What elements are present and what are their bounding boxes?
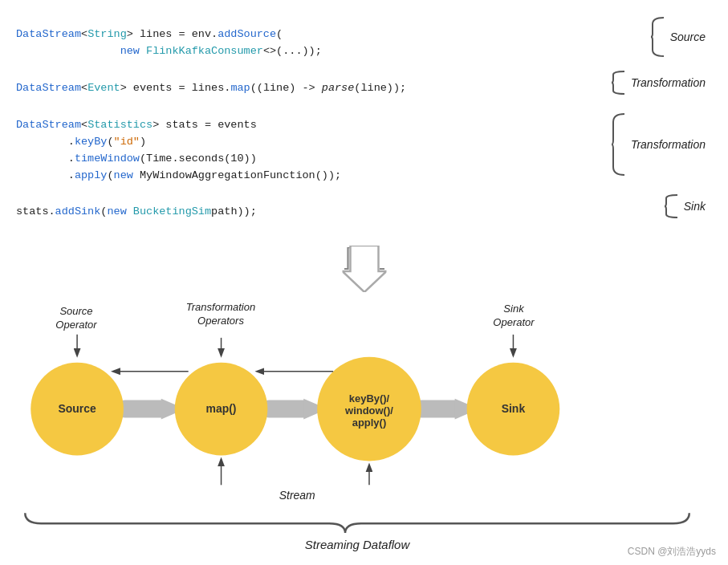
code-line-1a: DataStream<String> lines = env.addSource… <box>16 26 712 43</box>
svg-text:apply(): apply() <box>352 417 386 429</box>
code-line-1b: new FlinkKafkaConsumer<>(...)); <box>16 43 712 60</box>
svg-text:Source: Source <box>58 402 96 415</box>
code-block-2: DataStream<Event> events = lines.map((li… <box>16 68 712 97</box>
code-line-3b: .keyBy("id") <box>16 134 712 151</box>
diagram-svg: Source map() keyBy()/ window()/ apply() … <box>0 301 728 565</box>
code-line-3c: .timeWindow(Time.seconds(10)) <box>16 151 712 168</box>
code-line-3d: .apply(new MyWindowAggregationFunction()… <box>16 168 712 185</box>
svg-text:Sink: Sink <box>502 402 526 415</box>
down-arrow-svg <box>342 246 386 292</box>
code-line-4: stats.addSink(new BucketingSimpath)); <box>16 204 712 221</box>
svg-text:keyBy()/: keyBy()/ <box>349 392 390 404</box>
diagram-section: Source Operator TransformationOperators … <box>0 301 728 565</box>
code-block-3: DataStream<Statistics> stats = events .k… <box>16 105 712 185</box>
source-brace <box>649 16 665 58</box>
svg-text:map(): map() <box>206 402 237 415</box>
svg-marker-2 <box>342 246 386 292</box>
source-label: Source <box>670 30 706 43</box>
sink-label: Sink <box>684 200 706 213</box>
svg-text:Stream: Stream <box>279 489 315 502</box>
code-block-4: stats.addSink(new BucketingSimpath)); Si… <box>16 192 712 221</box>
code-block-1: DataStream<String> lines = env.addSource… <box>16 14 712 60</box>
watermark: CSDN @刘浩浩yyds <box>628 545 716 559</box>
transform1-brace <box>610 70 626 96</box>
code-line-2: DataStream<Event> events = lines.map((li… <box>16 80 712 97</box>
transform1-label: Transformation <box>631 76 706 89</box>
code-line-3a: DataStream<Statistics> stats = events <box>16 117 712 134</box>
transform2-label: Transformation <box>631 138 706 151</box>
code-section: DataStream<String> lines = env.addSource… <box>0 0 728 249</box>
transform2-brace <box>610 112 626 177</box>
svg-text:Streaming Dataflow: Streaming Dataflow <box>305 538 411 551</box>
sink-brace <box>663 193 679 219</box>
svg-text:window()/: window()/ <box>344 404 393 417</box>
